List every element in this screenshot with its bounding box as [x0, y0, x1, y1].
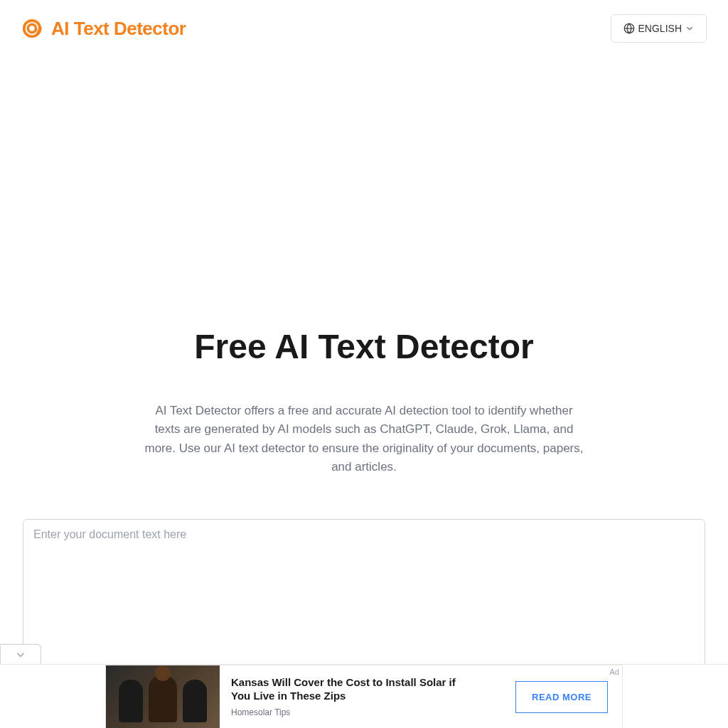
ad-image — [106, 665, 220, 728]
page-title: Free AI Text Detector — [21, 327, 707, 366]
ad-label: Ad — [610, 668, 619, 676]
brand-logo[interactable]: AI Text Detector — [21, 18, 186, 40]
ad-collapse-button[interactable] — [0, 644, 41, 664]
page-subtitle: AI Text Detector offers a free and accur… — [144, 402, 584, 476]
ad-banner: Kansas Will Cover the Cost to Install So… — [0, 664, 728, 728]
language-label: ENGLISH — [638, 23, 682, 34]
language-selector[interactable]: ENGLISH — [611, 14, 707, 43]
globe-icon — [623, 22, 636, 35]
brand-name: AI Text Detector — [51, 18, 186, 40]
ad-headline: Kansas Will Cover the Cost to Install So… — [231, 676, 473, 703]
ad-source: Homesolar Tips — [231, 707, 504, 717]
ad-card[interactable]: Kansas Will Cover the Cost to Install So… — [105, 665, 623, 728]
chevron-down-icon — [685, 23, 695, 33]
logo-icon — [21, 18, 43, 39]
svg-point-1 — [28, 24, 36, 32]
ad-cta-button[interactable]: READ MORE — [515, 681, 608, 713]
